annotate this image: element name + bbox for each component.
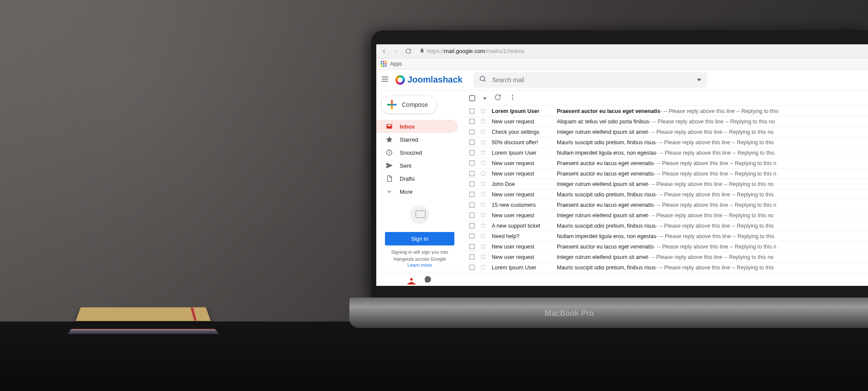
search-icon (479, 75, 487, 85)
sender: New user request (492, 212, 557, 219)
message-list-area: Lorem Ipsum UserPraesent auctor eu lacus… (463, 90, 868, 286)
star-icon[interactable] (480, 170, 487, 178)
select-menu-caret[interactable] (483, 94, 487, 102)
message-row[interactable]: New user requestPraesent auctor eu lacus… (463, 169, 868, 179)
laptop-model-label: MacBook Pro (545, 309, 594, 318)
message-row[interactable]: 15 new customersPraesent auctor eu lacus… (463, 200, 868, 210)
row-checkbox[interactable] (469, 244, 475, 249)
sender: Need help? (492, 233, 557, 239)
learn-more-link[interactable]: Learn more (381, 262, 458, 268)
refresh-button[interactable] (494, 94, 501, 103)
star-icon[interactable] (480, 159, 487, 167)
star-icon[interactable] (480, 201, 487, 209)
row-checkbox[interactable] (469, 212, 475, 218)
gmail-header: Joomlashack (376, 70, 868, 90)
star-icon[interactable] (480, 118, 487, 126)
star-icon[interactable] (480, 212, 487, 219)
message-row[interactable]: New user requestMauris suscipit odio pre… (463, 189, 868, 200)
signin-button[interactable]: Sign in (385, 232, 454, 245)
reload-button[interactable] (405, 48, 412, 55)
sidebar-item-more[interactable]: More (376, 185, 458, 198)
svg-line-4 (484, 80, 486, 82)
row-checkbox[interactable] (469, 150, 475, 156)
hangouts-contacts-icon[interactable] (408, 277, 415, 285)
row-checkbox[interactable] (469, 181, 475, 187)
row-checkbox[interactable] (469, 265, 475, 270)
row-checkbox[interactable] (469, 108, 475, 114)
sidebar-item-snoozed[interactable]: Snoozed (376, 146, 458, 159)
forward-button[interactable] (393, 48, 400, 55)
hangouts-icon (410, 205, 429, 224)
more-button[interactable] (509, 94, 516, 103)
sidebar-item-label: Sent (400, 162, 411, 169)
row-checkbox[interactable] (469, 139, 475, 145)
star-icon[interactable] (480, 222, 487, 230)
sidebar-item-starred[interactable]: Starred (376, 133, 458, 146)
search-input[interactable] (492, 76, 692, 83)
sidebar-item-drafts[interactable]: Drafts (376, 172, 458, 185)
message-row[interactable]: New user requestPraesent auctor eu lacus… (463, 242, 868, 252)
star-icon[interactable] (480, 264, 487, 272)
search-options-caret[interactable] (697, 76, 701, 84)
row-checkbox[interactable] (469, 233, 475, 239)
sidebar-item-inbox[interactable]: Inbox (376, 120, 458, 133)
star-icon[interactable] (480, 243, 487, 251)
star-icon[interactable] (480, 107, 487, 115)
sender: A new support ticket (492, 223, 557, 229)
lock-icon (420, 48, 424, 54)
subject: Nullam imperdiet ligula eros, non egesta… (557, 150, 656, 156)
row-checkbox[interactable] (469, 223, 475, 229)
row-checkbox[interactable] (469, 119, 475, 124)
star-icon[interactable] (480, 232, 487, 240)
sidebar-item-sent[interactable]: Sent (376, 159, 458, 172)
snippet: - -- Please reply above this line -- Rep… (648, 254, 774, 260)
message-row[interactable]: Lorem Ipsum UserPraesent auctor eu lacus… (463, 106, 868, 116)
message-row[interactable]: Lorem Ipsum UserMauris suscipit odio pre… (463, 262, 868, 273)
sidebar-item-label: Drafts (400, 176, 415, 182)
message-row[interactable]: New user requestAliquam ac tellus vel od… (463, 116, 868, 127)
snippet: - -- Please reply above this line -- Rep… (654, 171, 776, 177)
sender: Lorem Ipsum User (492, 150, 557, 156)
message-row[interactable]: John DoeInteger rutrum eleifend ipsum si… (463, 179, 868, 189)
star-icon[interactable] (480, 191, 487, 199)
star-icon[interactable] (480, 128, 487, 136)
row-checkbox[interactable] (469, 160, 475, 166)
row-checkbox[interactable] (469, 192, 475, 197)
apps-label[interactable]: Apps (390, 61, 402, 67)
back-button[interactable] (381, 48, 388, 55)
apps-icon[interactable] (381, 61, 387, 67)
laptop: https://mail.google.com/mail/u/1/#inbox … (371, 30, 868, 391)
star-icon[interactable] (480, 180, 487, 188)
message-row[interactable]: New user requestInteger rutrum eleifend … (463, 210, 868, 221)
sidebar-item-label: Snoozed (400, 149, 422, 156)
star-icon[interactable] (480, 149, 487, 157)
hangouts-chat-icon[interactable] (424, 275, 432, 283)
brand-text: Joomlashack (408, 75, 463, 85)
compose-button[interactable]: Compose (381, 96, 437, 114)
message-row[interactable]: Check your settingsInteger rutrum eleife… (463, 127, 868, 137)
select-all-checkbox[interactable] (469, 95, 475, 101)
address-bar[interactable]: https://mail.google.com/mail/u/1/#inbox (417, 48, 864, 54)
row-checkbox[interactable] (469, 129, 475, 135)
message-row[interactable]: A new support ticketMauris suscipit odio… (463, 221, 868, 231)
snippet: - -- Please reply above this line -- Rep… (648, 212, 774, 219)
star-icon[interactable] (480, 253, 487, 261)
message-row[interactable]: Need help?Nullam imperdiet ligula eros, … (463, 231, 868, 242)
compose-label: Compose (402, 101, 428, 108)
row-checkbox[interactable] (469, 171, 475, 176)
svg-point-6 (410, 278, 413, 281)
sender: John Doe (492, 181, 557, 187)
row-checkbox[interactable] (469, 202, 475, 208)
subject: Mauris suscipit odio pretium, finibus ri… (557, 265, 656, 271)
star-icon[interactable] (480, 139, 487, 146)
message-row[interactable]: 50% discount offer!Mauris suscipit odio … (463, 137, 868, 148)
signin-caption: Signing in will sign you into Hangouts a… (381, 249, 458, 262)
message-row[interactable]: Lorem Ipsum UserNullam imperdiet ligula … (463, 148, 868, 158)
message-row[interactable]: New user requestInteger rutrum eleifend … (463, 252, 868, 262)
snoozed-icon (386, 149, 393, 156)
brand-logo[interactable]: Joomlashack (395, 75, 463, 85)
main-menu-button[interactable] (381, 75, 389, 85)
row-checkbox[interactable] (469, 254, 475, 260)
search-box[interactable] (473, 72, 707, 88)
message-row[interactable]: New user requestPraesent auctor eu lacus… (463, 158, 868, 169)
